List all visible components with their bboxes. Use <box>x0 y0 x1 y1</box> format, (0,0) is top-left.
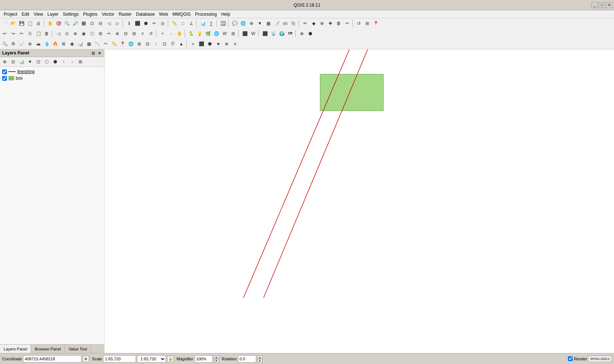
close-button[interactable]: ✕ <box>606 2 613 8</box>
minimize-button[interactable]: _ <box>591 2 598 8</box>
add-delim-button[interactable]: 📝 <box>273 19 281 27</box>
zoom-layer-button[interactable]: ⊡ <box>88 19 96 27</box>
epsg-indicator[interactable]: EPSG:32612 <box>588 356 612 362</box>
add-wfs-button[interactable]: ⊕ <box>247 19 255 27</box>
field-calc-button[interactable]: ∑ <box>207 19 215 27</box>
measure-angle-button[interactable]: ∠ <box>187 19 195 27</box>
select-poly-button[interactable]: ⬟ <box>142 19 150 27</box>
layer-item-box[interactable]: box <box>1 75 103 81</box>
layer-down-button[interactable]: ↓ <box>68 58 76 66</box>
osm-btn[interactable]: 🗺 <box>286 30 294 38</box>
panel-float-button[interactable]: ⊡ <box>91 50 96 56</box>
scalebar-btn[interactable]: ⊡ <box>160 40 168 48</box>
tab-browser[interactable]: Browser Panel <box>31 345 65 353</box>
menu-mmqgis[interactable]: MMQGIS <box>170 11 193 18</box>
snap-btn[interactable]: ⊕ <box>298 30 306 38</box>
merge-attr-button[interactable]: ≡ <box>139 30 147 38</box>
menu-project[interactable]: Project <box>1 11 19 18</box>
pan-to-selection-button[interactable]: 🎯 <box>54 19 62 27</box>
settings2-btn[interactable]: ⚙ <box>9 40 17 48</box>
zoom-full-button[interactable]: ⊞ <box>80 19 88 27</box>
georef-btn[interactable]: ⊞ <box>229 30 237 38</box>
show-tips-btn[interactable]: 💡 <box>196 30 204 38</box>
layer-collapse-button[interactable]: ⬢ <box>51 58 59 66</box>
rotation-up[interactable]: ▲ <box>257 356 262 359</box>
scale-lock-button[interactable]: 🔒 <box>167 356 174 362</box>
add-feature-button[interactable]: ⊕ <box>318 19 326 27</box>
save-as-button[interactable]: 📋 <box>26 19 34 27</box>
zoom-prev-button[interactable]: ◁ <box>105 19 113 27</box>
menu-settings[interactable]: Settings <box>61 11 81 18</box>
delete-part-button[interactable]: ⊟ <box>122 30 130 38</box>
fill-ring-button[interactable]: ◉ <box>80 30 88 38</box>
filter-btn[interactable]: ⊕ <box>26 40 34 48</box>
node-tool-button[interactable]: ◆ <box>310 19 318 27</box>
panel-header-controls[interactable]: ⊡ ✕ <box>91 50 102 56</box>
layer-add-button[interactable]: ⊕ <box>1 58 9 66</box>
menu-plugins[interactable]: Plugins <box>81 11 99 18</box>
topo-btn[interactable]: ⬢ <box>306 30 314 38</box>
coordinate-crs-button[interactable]: ⊕ <box>83 356 89 362</box>
hist-btn[interactable]: ▦ <box>85 40 93 48</box>
reshape-button[interactable]: ⬡ <box>88 30 96 38</box>
wave-btn[interactable]: 〜 <box>102 40 110 48</box>
map-tips-button[interactable]: 💬 <box>231 19 239 27</box>
menu-database[interactable]: Database <box>134 11 157 18</box>
edit-paste-button[interactable]: 📋 <box>34 30 42 38</box>
add-ring-button[interactable]: ⊙ <box>63 30 71 38</box>
print-compose-button[interactable]: 🖨 <box>34 19 42 27</box>
menu-edit[interactable]: Edit <box>19 11 31 18</box>
plugin4-btn[interactable]: ⊕ <box>223 40 231 48</box>
offset-button[interactable]: ⊞ <box>96 30 105 38</box>
relief-btn[interactable]: ▲ <box>177 40 185 48</box>
grid-btn[interactable]: ⊞ <box>135 40 143 48</box>
measure-line-button[interactable]: 📏 <box>170 19 178 27</box>
scale-icon[interactable]: ⊞ <box>363 19 371 27</box>
profile-btn[interactable]: 📈 <box>18 40 26 48</box>
coord-capture-button[interactable]: 📍 <box>372 19 380 27</box>
add-spatialite-button[interactable]: 🗃 <box>281 19 289 27</box>
scale-dropdown[interactable]: 1:65,720 1:1,000 1:5,000 1:10,000 1:50,0… <box>137 355 166 363</box>
rotation-spinner[interactable]: ▲ ▼ <box>257 356 262 362</box>
layer-visibility-linestring[interactable] <box>2 69 7 74</box>
layer-open-attr-button[interactable]: 📊 <box>18 58 26 66</box>
map-canvas[interactable] <box>105 49 614 353</box>
rotate-feature-button[interactable]: ↺ <box>147 30 155 38</box>
rotation-icon[interactable]: ↺ <box>355 19 363 27</box>
undo-button[interactable]: ↩ <box>1 30 9 38</box>
random-btn[interactable]: ⊞ <box>60 40 68 48</box>
latlon-btn[interactable]: 🌐 <box>127 40 135 48</box>
rotation-input[interactable] <box>238 355 256 363</box>
edit-copy-button[interactable]: ⎘ <box>26 30 34 38</box>
split-parts-button[interactable]: ✂ <box>105 30 113 38</box>
more-btn[interactable]: » <box>189 40 197 48</box>
magnifier-input[interactable] <box>194 355 213 363</box>
menu-processing[interactable]: Processing <box>193 11 219 18</box>
plugin5-btn[interactable]: ∧ <box>231 40 239 48</box>
globe-btn[interactable]: 🌍 <box>278 30 286 38</box>
coord-btn[interactable]: 📍 <box>118 40 126 48</box>
digitize-button[interactable]: ✏ <box>301 19 309 27</box>
menu-layer[interactable]: Layer <box>45 11 61 18</box>
wkt2-btn[interactable]: W <box>249 30 257 38</box>
attr-table-button[interactable]: 📊 <box>199 19 207 27</box>
tab-layers[interactable]: Layers Panel <box>0 345 31 353</box>
plugin2-btn[interactable]: ⬟ <box>206 40 214 48</box>
area-btn[interactable]: ⬛ <box>241 30 249 38</box>
zoom-in-button[interactable]: 🔍 <box>63 19 71 27</box>
menu-help[interactable]: Help <box>219 11 232 18</box>
delete-feature-button[interactable]: 🗑 <box>335 19 343 27</box>
select-radius-button[interactable]: ◎ <box>159 19 167 27</box>
ruler-btn[interactable]: 📏 <box>110 40 118 48</box>
select2-btn[interactable]: ⬛ <box>261 30 269 38</box>
new-project-button[interactable]: 📄 <box>1 19 9 27</box>
coordinate-input[interactable] <box>23 355 82 363</box>
grass-btn[interactable]: 🌿 <box>204 30 212 38</box>
rose-btn[interactable]: ◉ <box>68 40 76 48</box>
magnifier-up[interactable]: ▲ <box>214 356 219 359</box>
wkt-btn[interactable]: W <box>221 30 229 38</box>
layer-filter2-button[interactable]: ⊡ <box>34 58 42 66</box>
pan-button[interactable]: ✋ <box>46 19 54 27</box>
scale-input[interactable] <box>103 355 136 363</box>
add-postgis-button[interactable]: 🐘 <box>289 19 297 27</box>
